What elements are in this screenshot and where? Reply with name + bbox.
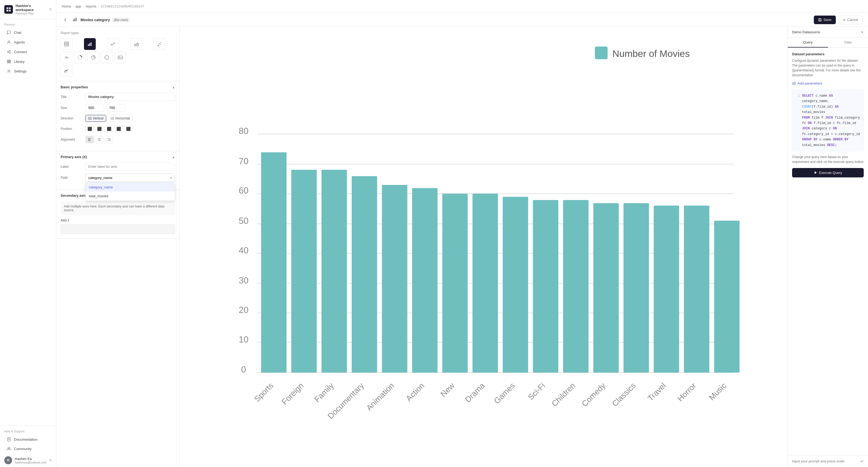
direction-vertical-btn[interactable]: Vertical [85,115,106,122]
title-input[interactable] [85,93,175,100]
workspace-header[interactable]: Hashim's workspace Premium Plan ⇅ [0,0,56,19]
pos-right[interactable]: ⬛ [124,125,132,133]
size-width-input[interactable] [85,104,104,112]
report-title-area: Movies category [Bar chart] [81,18,811,22]
align-left-btn[interactable] [85,136,94,143]
align-right-btn[interactable] [104,136,113,143]
sidebar-item-community[interactable]: Community [2,444,54,453]
svg-rect-11 [8,60,9,63]
save-button[interactable]: Save [814,16,836,24]
sidebar-item-documentation[interactable]: Documentation [2,435,54,444]
breadcrumb-reports[interactable]: reports [86,4,96,8]
breadcrumb-home[interactable]: Home [62,4,71,8]
svg-text:New: New [439,381,456,399]
chart-type-combined[interactable] [61,65,72,77]
add-params-button[interactable]: Add parameters [792,81,864,85]
sidebar-library-label: Library [14,60,25,64]
axis1-label: Axis 1 [61,218,175,222]
size-height-input[interactable] [106,104,125,112]
dropdown-option-total-movies[interactable]: total_movies [86,192,175,201]
svg-rect-10 [7,60,8,63]
tab-query[interactable]: Query [788,37,828,48]
dropdown-option-category-name[interactable]: category_name [86,183,175,192]
chart-type-progress[interactable] [74,52,86,63]
sidebar-item-chat[interactable]: Chat [2,28,54,37]
cancel-button[interactable]: ✕ Cancel [838,16,863,24]
svg-text:80: 80 [239,126,248,136]
chart-type-pie[interactable] [88,52,99,63]
svg-point-4 [8,41,10,42]
editor-body: Report types [56,27,868,467]
pos-top[interactable]: ⬛ [95,125,103,133]
basic-properties-header[interactable]: Basic properties ▲ [56,81,180,93]
send-prompt-button[interactable]: ↵ [860,459,864,464]
svg-rect-81 [261,152,286,373]
chart-type-gauge[interactable] [61,52,72,63]
sidebar: Hashim's workspace Premium Plan ⇅ Genera… [0,0,56,467]
datasource-expand-icon[interactable]: ▼ [861,31,864,34]
align-center-btn[interactable] [95,136,103,143]
alignment-field-label: Alignment [61,138,82,141]
avatar: H [4,456,12,464]
sidebar-chat-label: Chat [14,31,21,35]
size-field-row: Size [61,104,175,112]
chart-type-area[interactable] [130,38,142,50]
sidebar-connect-label: Connect [14,50,27,54]
svg-text:40: 40 [239,245,248,255]
pos-top-left[interactable]: ⬛ [85,125,94,133]
svg-text:Sci-Fi: Sci-Fi [526,381,547,402]
header-actions: Save ✕ Cancel [814,16,863,24]
sidebar-item-connect[interactable]: Connect [2,47,54,56]
title-field-label: Title [61,95,82,99]
axis-field-row: Field category_name total_movies ▼ categ… [61,174,175,182]
sidebar-item-settings[interactable]: Settings [2,66,54,76]
workspace-info: Hashim's workspace Premium Plan [16,4,46,15]
user-profile[interactable]: H Hashim Ea hashimea@outlook.com ⇅ [0,454,56,467]
code-line-3: FROM film f JOIN film_category [796,115,860,120]
sidebar-documentation-label: Documentation [14,437,37,441]
workspace-name: Hashim's workspace [16,4,46,12]
axis-label-input[interactable] [85,163,175,170]
chart-type-line[interactable] [107,38,119,50]
tab-data[interactable]: Data [828,37,868,48]
svg-rect-84 [352,176,377,373]
svg-rect-23 [819,20,821,21]
pos-left[interactable]: ⬛ [114,125,123,133]
svg-text:10: 10 [239,334,248,344]
query-note: Change your query here based on your req… [792,154,864,164]
sidebar-item-library[interactable]: Library [2,57,54,66]
pos-bottom[interactable]: ⬛ [104,125,113,133]
chart-type-bar[interactable] [84,38,96,50]
svg-point-35 [160,44,161,45]
svg-marker-43 [105,55,108,60]
dataset-params-desc: Configure dynamic parameters for the dat… [792,58,864,78]
field-dropdown[interactable]: category_name total_movies [85,174,175,182]
breadcrumb-app[interactable]: app [75,4,81,8]
dataset-params-title: Dataset parameters [792,52,864,56]
svg-rect-30 [88,44,89,46]
primary-axis-header[interactable]: Primary axis (X) ▲ [56,151,180,163]
execute-query-button[interactable]: Execute Query [792,168,864,177]
chart-type-table[interactable] [61,38,72,50]
sidebar-agents-label: Agents [14,40,25,44]
code-line-4: fc ON f.film_id = fc.film_id [796,120,860,126]
connect-icon [6,49,11,54]
right-panel: Demo Datasource ▼ Query Data Dataset par… [787,27,868,467]
panel-tabs: Query Data [788,37,868,48]
chart-container: Number of Movies 0 10 20 30 40 50 60 70 … [185,32,782,462]
chart-type-scatter[interactable] [153,38,165,50]
prompt-input[interactable] [792,459,860,463]
svg-text:60: 60 [239,185,248,195]
svg-rect-0 [6,7,8,9]
axis-label-row: Label [61,163,175,170]
svg-text:Foreign: Foreign [280,381,305,406]
primary-axis-title: Primary axis (X) [61,155,87,159]
direction-horizontal-btn[interactable]: Horizontal [108,115,133,122]
workspace-icon [4,5,13,14]
position-field-label: Position [61,127,82,131]
chart-type-image[interactable] [114,52,126,63]
chart-type-hexagon[interactable] [101,52,113,63]
back-button[interactable] [62,16,69,24]
svg-rect-1 [9,7,11,9]
sidebar-item-agents[interactable]: Agents [2,37,54,47]
